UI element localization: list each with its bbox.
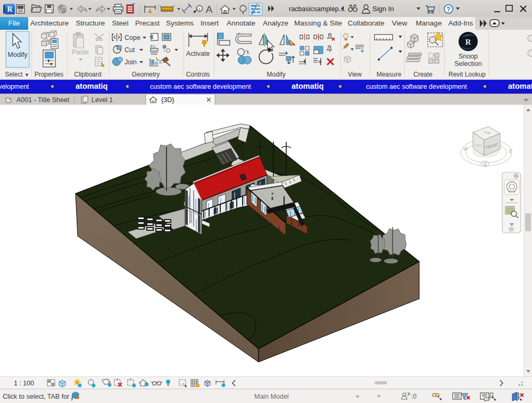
svg-text:1: 1 — [198, 7, 201, 12]
svg-text:Cut: Cut — [124, 46, 135, 54]
svg-text:Cope: Cope — [124, 34, 140, 41]
svg-text:Snoop: Snoop — [459, 53, 478, 60]
svg-text:Paste: Paste — [72, 48, 89, 56]
svg-text:S: S — [484, 162, 487, 167]
svg-text:Level 1: Level 1 — [92, 96, 113, 104]
svg-text::0: :0 — [411, 393, 417, 400]
svg-text:R: R — [466, 38, 471, 46]
svg-text:A: A — [206, 4, 213, 15]
svg-text:A001 - Title Sheet: A001 - Title Sheet — [16, 96, 70, 104]
svg-text:Modify: Modify — [8, 51, 28, 58]
svg-text:Main Model: Main Model — [254, 393, 289, 400]
svg-text:{3D}: {3D} — [161, 96, 174, 104]
svg-text:Activate: Activate — [186, 50, 210, 57]
svg-text:Click to select, TAB for ɟ: Click to select, TAB for ɟ — [3, 393, 73, 400]
svg-text:1 : 100: 1 : 100 — [14, 380, 34, 387]
svg-text:R: R — [7, 5, 13, 13]
svg-text:racbasicsamplep…: racbasicsamplep… — [289, 5, 345, 13]
svg-text:W: W — [462, 145, 469, 152]
svg-text:Sign In: Sign In — [372, 5, 394, 13]
svg-text:Join: Join — [124, 58, 137, 66]
svg-text:?: ? — [446, 6, 450, 13]
svg-text:E: E — [508, 148, 513, 154]
svg-text:Selection: Selection — [454, 60, 481, 68]
